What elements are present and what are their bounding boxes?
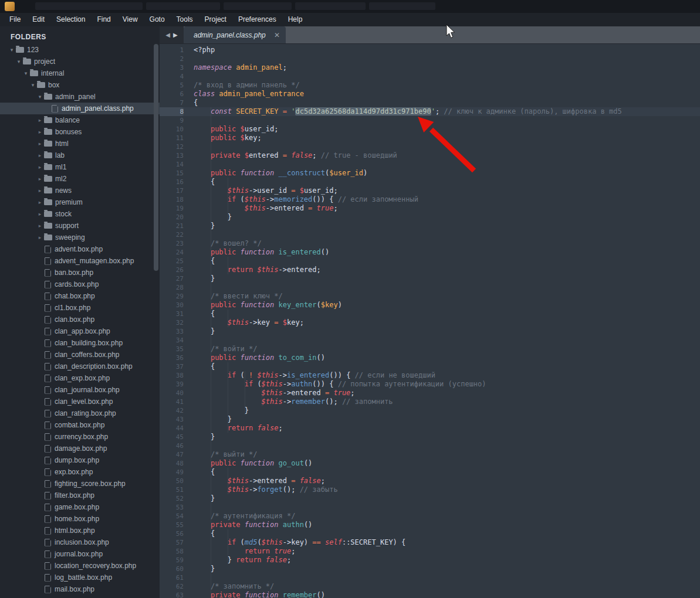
sidebar-folder-news[interactable]: ▸news (0, 185, 160, 196)
code-line-33[interactable]: 33 } (160, 327, 700, 336)
sidebar-file-inclusion-box-php[interactable]: inclusion.box.php (0, 536, 160, 548)
code-line-37[interactable]: 37 { (160, 362, 700, 371)
chevron-down-icon[interactable]: ▾ (22, 70, 29, 76)
code-line-23[interactable]: 23 /* вошел? */ (160, 239, 700, 248)
code-line-13[interactable]: 13 private $entered = false; // true - в… (160, 151, 700, 160)
code-line-24[interactable]: 24 public function is_entered() (160, 248, 700, 257)
sidebar-file-admin-panel-class-php[interactable]: admin_panel.class.php (0, 103, 160, 114)
code-line-57[interactable]: 57 if (md5($this->key) == self::SECRET_K… (160, 538, 700, 547)
prev-tab-icon[interactable]: ◀ (165, 32, 170, 38)
code-line-8[interactable]: 8 const SECRET_KEY = 'dc5d32a62568da114d… (160, 107, 700, 116)
sidebar-folder-admin-panel[interactable]: ▾admin_panel (0, 91, 160, 103)
sidebar-folder-internal[interactable]: ▾internal (0, 67, 160, 79)
code-line-9[interactable]: 9 (160, 116, 700, 125)
code-line-21[interactable]: 21 } (160, 222, 700, 230)
tab-admin-panel-class-php[interactable]: admin_panel.class.php ✕ (184, 26, 286, 43)
menu-item-view[interactable]: View (117, 13, 144, 26)
sidebar-file-ban-box-php[interactable]: ban.box.php (0, 267, 160, 278)
sidebar-file-home-box-php[interactable]: home.box.php (0, 513, 160, 525)
code-line-42[interactable]: 42 } (160, 406, 700, 415)
code-line-19[interactable]: 19 $this->entered = true; (160, 204, 700, 213)
code-line-4[interactable]: 4 (160, 72, 700, 81)
code-line-32[interactable]: 32 $this->key = $key; (160, 318, 700, 327)
sidebar-folder-lab[interactable]: ▸lab (0, 150, 160, 161)
menu-item-preferences[interactable]: Preferences (232, 13, 282, 26)
code-line-16[interactable]: 16 { (160, 178, 700, 186)
code-line-26[interactable]: 26 return $this->entered; (160, 266, 700, 274)
code-line-11[interactable]: 11 public $key; (160, 134, 700, 142)
sidebar-file-clan-exp-box-php[interactable]: clan_exp.box.php (0, 372, 160, 384)
code-line-40[interactable]: 40 $this->entered = true; (160, 389, 700, 397)
code-line-45[interactable]: 45 } (160, 433, 700, 441)
code-line-14[interactable]: 14 (160, 160, 700, 169)
code-line-47[interactable]: 47 /* выйти */ (160, 450, 700, 459)
sidebar-file-clan-description-box-php[interactable]: clan_description.box.php (0, 361, 160, 372)
sidebar-folder-stock[interactable]: ▸stock (0, 208, 160, 220)
sidebar-file-clan-box-php[interactable]: clan.box.php (0, 314, 160, 325)
code-line-36[interactable]: 36 public function to_com_in() (160, 354, 700, 362)
sidebar-file-clan-journal-box-php[interactable]: clan_journal.box.php (0, 384, 160, 396)
secret-key-selection[interactable]: dc5d32a62568da114d97dd31c971be90 (295, 107, 431, 115)
sidebar-file-clan-rating-box-php[interactable]: clan_rating.box.php (0, 407, 160, 419)
sidebar-folder-123[interactable]: ▾123 (0, 44, 160, 56)
sidebar-folder-premium[interactable]: ▸premium (0, 196, 160, 208)
tab-close-icon[interactable]: ✕ (269, 31, 280, 39)
code-line-3[interactable]: 3namespace admin_panel; (160, 63, 700, 72)
sidebar-file-cards-box-php[interactable]: cards.box.php (0, 278, 160, 290)
code-line-20[interactable]: 20 } (160, 213, 700, 222)
code-line-60[interactable]: 60 } (160, 565, 700, 573)
code-line-49[interactable]: 49 { (160, 468, 700, 477)
code-line-17[interactable]: 17 $this->user_id = $user_id; (160, 186, 700, 195)
code-line-28[interactable]: 28 (160, 283, 700, 292)
code-line-43[interactable]: 43 } (160, 415, 700, 424)
code-line-56[interactable]: 56 { (160, 529, 700, 538)
code-line-50[interactable]: 50 $this->entered = false; (160, 477, 700, 485)
chevron-down-icon[interactable]: ▾ (36, 94, 43, 100)
code-line-55[interactable]: 55 private function authn() (160, 521, 700, 529)
menu-item-help[interactable]: Help (282, 13, 309, 26)
code-line-41[interactable]: 41 $this->remember(); // запомнить (160, 397, 700, 406)
code-line-54[interactable]: 54 /* аутентификация */ (160, 512, 700, 521)
code-line-63[interactable]: 63 private function remember() (160, 591, 700, 598)
sidebar-file-dump-box-php[interactable]: dump.box.php (0, 454, 160, 466)
code-line-30[interactable]: 30 public function key_enter($key) (160, 301, 700, 310)
code-line-25[interactable]: 25 { (160, 257, 700, 266)
menu-item-selection[interactable]: Selection (50, 13, 91, 26)
sidebar-folder-project[interactable]: ▾project (0, 56, 160, 67)
sidebar-folder-box[interactable]: ▾box (0, 79, 160, 91)
code-line-59[interactable]: 59 } return false; (160, 556, 700, 565)
code-line-18[interactable]: 18 if ($this->memorized()) { // если зап… (160, 195, 700, 204)
sidebar-folder-html[interactable]: ▸html (0, 138, 160, 150)
chevron-right-icon[interactable]: ▸ (36, 188, 43, 193)
sidebar-scrollbar[interactable] (154, 44, 158, 271)
sidebar-folder-ml1[interactable]: ▸ml1 (0, 161, 160, 173)
code-line-1[interactable]: 1<?php (160, 46, 700, 55)
code-line-34[interactable]: 34 (160, 336, 700, 345)
code-line-29[interactable]: 29 /* ввести ключ */ (160, 292, 700, 301)
menu-item-project[interactable]: Project (199, 13, 232, 26)
chevron-right-icon[interactable]: ▸ (36, 211, 43, 217)
chevron-right-icon[interactable]: ▸ (36, 164, 43, 170)
code-line-27[interactable]: 27 } (160, 274, 700, 283)
sidebar-file-advent-box-php[interactable]: advent.box.php (0, 243, 160, 255)
sidebar-file-exp-box-php[interactable]: exp.box.php (0, 466, 160, 478)
sidebar-folder-balance[interactable]: ▸balance (0, 114, 160, 126)
code-line-46[interactable]: 46 (160, 441, 700, 450)
sidebar-folder-ml2[interactable]: ▸ml2 (0, 173, 160, 185)
sidebar-file-clan-app-box-php[interactable]: clan_app.box.php (0, 325, 160, 337)
sidebar-file-currency-box-php[interactable]: currency.box.php (0, 431, 160, 443)
chevron-right-icon[interactable]: ▸ (36, 141, 43, 147)
sidebar-folder-bonuses[interactable]: ▸bonuses (0, 126, 160, 138)
sidebar-file-combat-box-php[interactable]: combat.box.php (0, 419, 160, 431)
menu-item-find[interactable]: Find (91, 13, 116, 26)
code-line-12[interactable]: 12 (160, 142, 700, 151)
chevron-right-icon[interactable]: ▸ (36, 129, 43, 135)
sidebar-file-fighting-score-box-php[interactable]: fighting_score.box.php (0, 478, 160, 490)
sidebar-file-filter-box-php[interactable]: filter.box.php (0, 490, 160, 501)
menu-item-goto[interactable]: Goto (144, 13, 171, 26)
sidebar-file-damage-box-php[interactable]: damage.box.php (0, 443, 160, 454)
menu-item-edit[interactable]: Edit (26, 13, 50, 26)
code-line-22[interactable]: 22 (160, 230, 700, 239)
chevron-right-icon[interactable]: ▸ (36, 223, 43, 229)
menu-item-file[interactable]: File (4, 13, 26, 26)
